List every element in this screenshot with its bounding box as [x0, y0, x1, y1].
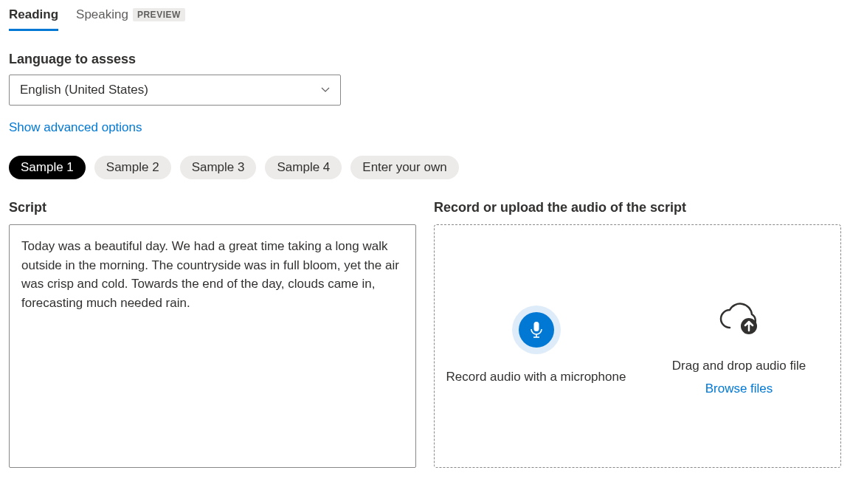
script-column: Script Today was a beautiful day. We had… [9, 200, 416, 468]
language-value: English (United States) [20, 83, 148, 97]
record-text: Record audio with a microphone [446, 367, 626, 387]
drop-text: Drag and drop audio file [672, 356, 806, 376]
preview-badge: PREVIEW [133, 8, 185, 21]
record-option: Record audio with a microphone [435, 305, 638, 387]
tab-reading-label: Reading [9, 7, 58, 22]
upload-label: Record or upload the audio of the script [434, 200, 841, 215]
language-label: Language to assess [9, 52, 841, 67]
tab-reading[interactable]: Reading [9, 1, 58, 31]
tab-speaking[interactable]: Speaking PREVIEW [76, 1, 185, 31]
sample-pill-custom[interactable]: Enter your own [350, 156, 458, 179]
browse-files-link[interactable]: Browse files [705, 379, 773, 398]
sample-pill-2[interactable]: Sample 2 [94, 156, 171, 179]
tab-bar: Reading Speaking PREVIEW [9, 0, 841, 31]
cloud-upload-icon [716, 294, 762, 343]
sample-pill-3[interactable]: Sample 3 [180, 156, 257, 179]
tab-speaking-label: Speaking [76, 7, 128, 22]
language-select-wrap: English (United States) [9, 75, 341, 106]
svg-rect-0 [533, 322, 539, 331]
content-columns: Script Today was a beautiful day. We had… [9, 200, 841, 468]
sample-pills: Sample 1 Sample 2 Sample 3 Sample 4 Ente… [9, 156, 841, 179]
sample-pill-1[interactable]: Sample 1 [9, 156, 86, 179]
drop-option: Drag and drop audio file Browse files [638, 294, 840, 398]
record-button[interactable] [512, 305, 561, 354]
language-select[interactable]: English (United States) [9, 75, 341, 106]
upload-dropzone[interactable]: Record audio with a microphone Drag and … [434, 224, 841, 468]
sample-pill-4[interactable]: Sample 4 [265, 156, 342, 179]
script-textarea[interactable]: Today was a beautiful day. We had a grea… [9, 224, 416, 468]
advanced-options-link[interactable]: Show advanced options [9, 120, 142, 135]
upload-column: Record or upload the audio of the script… [434, 200, 841, 468]
microphone-icon [519, 312, 554, 348]
script-label: Script [9, 200, 416, 215]
